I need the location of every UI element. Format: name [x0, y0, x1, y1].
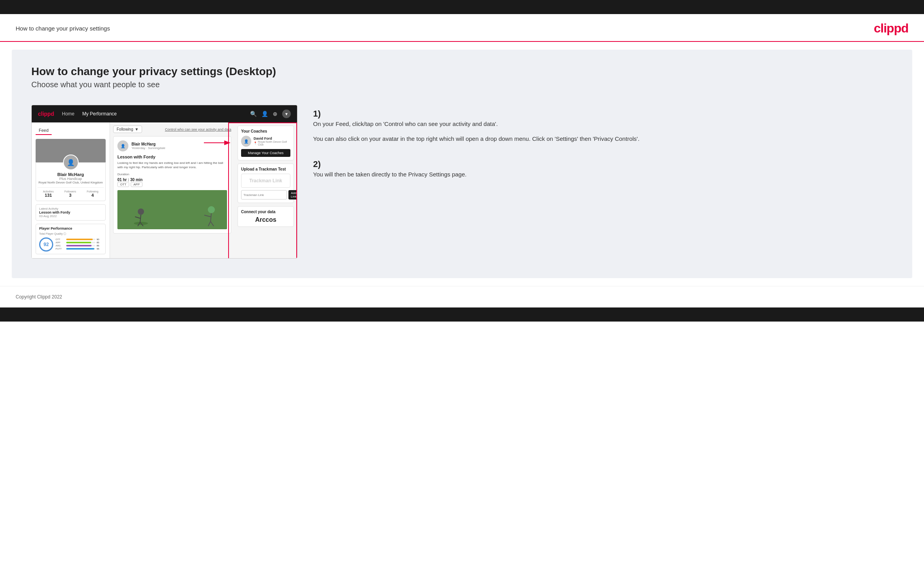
app-sidebar: Feed 👤 Blair McHarg Plus Handicap Royal … [32, 122, 110, 258]
feed-user-name: Blair McHarg [131, 142, 165, 146]
coach-club: 📍 Royal North Devon Golf Club [254, 140, 290, 146]
instruction-2-content: 2) You will then be taken directly to th… [313, 159, 893, 179]
stat-activities-value: 131 [43, 193, 54, 198]
feed-tab[interactable]: Feed [36, 126, 52, 135]
nav-my-performance[interactable]: My Performance [82, 111, 117, 117]
performance-title: Player Performance [39, 226, 102, 230]
tpq-value: 92 [43, 242, 49, 247]
feed-user-row: 👤 Blair McHarg Yesterday · Sunningdale [117, 140, 227, 151]
following-button[interactable]: Following ▼ [113, 126, 142, 133]
profile-card-wrapper: 👤 Blair McHarg Plus Handicap Royal North… [36, 139, 106, 201]
bar-ott: OTT 90 [56, 238, 102, 241]
bar-arg-val: 86 [97, 244, 102, 247]
app-mockup: clippd Home My Performance 🔍 👤 ⊕ ▼ Feed [31, 105, 297, 259]
top-bar [0, 0, 924, 14]
coach-club-text: Royal North Devon Golf Club [258, 140, 290, 146]
location-pin-icon: 📍 [254, 142, 257, 145]
person-icon[interactable]: 👤 [261, 111, 268, 117]
instruction-2-para-1: You will then be taken directly to the P… [313, 170, 893, 179]
location-icon[interactable]: ⊕ [273, 111, 277, 117]
bar-putt-val: 96 [97, 248, 102, 250]
coaches-title: Your Coaches [241, 129, 290, 133]
instruction-2-text: You will then be taken directly to the P… [313, 170, 893, 179]
feed-tag-app: APP [131, 182, 142, 187]
tpq-circle: 92 [39, 237, 53, 252]
coaches-card: Your Coaches 👤 David Ford 📍 Royal North … [238, 126, 294, 160]
bar-app-fill [66, 242, 91, 243]
header: How to change your privacy settings clip… [0, 14, 924, 42]
latest-activity-card: Latest Activity Lesson with Fordy 03 Aug… [36, 204, 106, 221]
stat-activities: Activities 131 [43, 190, 54, 198]
feed-user-avatar: 👤 [117, 140, 128, 151]
bar-app-val: 85 [97, 241, 102, 244]
bar-putt-fill [66, 248, 94, 250]
connect-data-card: Connect your data Arccos [238, 206, 294, 227]
trackman-input-row: Add Link [241, 190, 290, 200]
trackman-card: Upload a Trackman Test Trackman Link Add… [238, 164, 294, 203]
control-privacy-link[interactable]: Control who can see your activity and da… [165, 128, 231, 131]
search-icon[interactable]: 🔍 [250, 111, 257, 117]
bar-arg-track [66, 245, 95, 246]
bar-ott-track [66, 239, 95, 240]
bar-arg-label: ARG [56, 244, 65, 247]
feed-duration-label: Duration [117, 173, 227, 176]
bar-ott-fill [66, 239, 93, 240]
latest-activity-label: Latest Activity [39, 207, 102, 210]
page-subheading: Choose what you want people to see [31, 80, 893, 89]
header-title: How to change your privacy settings [16, 25, 110, 32]
clippd-logo: clippd [874, 21, 908, 36]
feed-header: Following ▼ Control who can see your act… [113, 126, 231, 133]
bar-ott-val: 90 [97, 238, 102, 241]
trackman-link-placeholder: Trackman Link [241, 174, 290, 188]
page-heading: How to change your privacy settings (Des… [31, 65, 893, 78]
player-performance-card: Player Performance Total Player Quality … [36, 224, 106, 254]
app-body: Feed 👤 Blair McHarg Plus Handicap Royal … [32, 122, 297, 258]
copyright-text: Copyright Clippd 2022 [16, 294, 62, 300]
instruction-1-content: 1) On your Feed, click/tap on 'Control w… [313, 109, 893, 144]
feed-card-title: Lesson with Fordy [117, 155, 227, 159]
nav-right: 🔍 👤 ⊕ ▼ [250, 110, 291, 118]
latest-activity-title: Lesson with Fordy [39, 210, 102, 214]
latest-activity-date: 03 Aug 2022 [39, 214, 102, 218]
trackman-title: Upload a Trackman Test [241, 167, 290, 171]
feed-card-description: Looking to feel like my hands are exitin… [117, 161, 227, 169]
stat-following-value: 4 [87, 193, 99, 198]
stat-followers-value: 3 [65, 193, 76, 198]
manage-coaches-button[interactable]: Manage Your Coaches [241, 149, 290, 157]
bar-putt-label: PUTT [56, 248, 65, 250]
instruction-2: 2) You will then be taken directly to th… [313, 159, 893, 179]
profile-name: Blair McHarg [38, 172, 104, 177]
tpq-content: 92 OTT 90 [39, 237, 102, 252]
profile-club: Royal North Devon Golf Club, United King… [38, 181, 104, 184]
feed-duration-value: 01 hr : 30 min [117, 178, 227, 182]
svg-point-7 [208, 206, 215, 213]
feed-tags: OTT APP [117, 182, 227, 187]
tpq-label: Total Player Quality ⓘ [39, 232, 66, 236]
add-link-button[interactable]: Add Link [288, 190, 297, 200]
bottom-bar [0, 307, 924, 322]
app-right-panel: Your Coaches 👤 David Ford 📍 Royal North … [234, 122, 297, 258]
stat-followers-label: Followers [65, 190, 76, 193]
feed-activity-image [117, 190, 227, 229]
stat-following: Following 4 [87, 190, 99, 198]
avatar-icon: ▼ [285, 112, 288, 116]
instruction-1-para-2: You can also click on your avatar in the… [313, 134, 893, 144]
app-navbar: clippd Home My Performance 🔍 👤 ⊕ ▼ [32, 105, 297, 122]
stat-followers: Followers 3 [65, 190, 76, 198]
tpq-bars: OTT 90 APP [56, 238, 102, 251]
coach-row: 👤 David Ford 📍 Royal North Devon Golf Cl… [241, 136, 290, 147]
profile-handicap: Plus Handicap [38, 177, 104, 181]
profile-avatar: 👤 [63, 155, 79, 170]
app-feed: Following ▼ Control who can see your act… [110, 122, 234, 258]
user-avatar-btn[interactable]: ▼ [282, 110, 291, 118]
feed-user-meta: Yesterday · Sunningdale [131, 146, 165, 150]
trackman-input[interactable] [241, 190, 287, 200]
two-col-layout: clippd Home My Performance 🔍 👤 ⊕ ▼ Feed [31, 105, 893, 259]
golf-image-svg [117, 190, 227, 229]
following-label: Following [117, 127, 133, 131]
instructions-column: 1) On your Feed, click/tap on 'Control w… [313, 105, 893, 195]
bar-ott-label: OTT [56, 238, 65, 241]
nav-home[interactable]: Home [62, 111, 74, 117]
coach-info: David Ford 📍 Royal North Devon Golf Club [254, 137, 290, 146]
bar-putt-track [66, 248, 95, 250]
